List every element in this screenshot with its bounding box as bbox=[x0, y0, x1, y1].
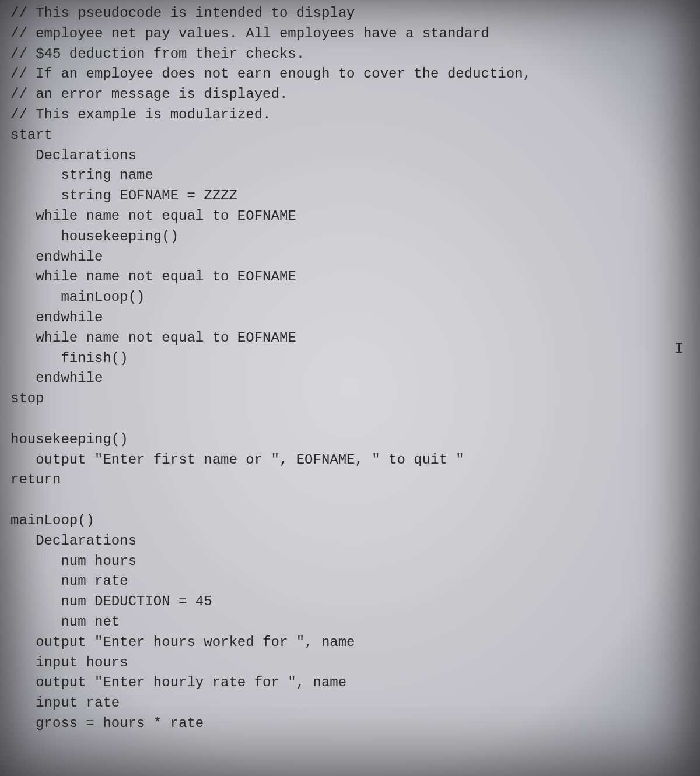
code-line: num net bbox=[10, 612, 691, 633]
code-line: finish() bbox=[10, 349, 691, 369]
code-line: mainLoop() bbox=[10, 287, 691, 308]
code-line: num rate bbox=[10, 571, 691, 592]
code-line: output "Enter hours worked for ", name bbox=[10, 633, 691, 653]
code-line: stop bbox=[10, 389, 691, 409]
text-cursor: I bbox=[674, 338, 684, 360]
code-line: while name not equal to EOFNAME bbox=[10, 206, 691, 227]
code-line: Declarations bbox=[10, 146, 691, 166]
code-line bbox=[10, 490, 691, 511]
code-line: // If an employee does not earn enough t… bbox=[10, 64, 691, 85]
code-line: // This pseudocode is intended to displa… bbox=[10, 3, 691, 24]
code-line: while name not equal to EOFNAME bbox=[10, 267, 691, 287]
code-line: while name not equal to EOFNAME bbox=[10, 328, 691, 349]
code-line: return bbox=[10, 470, 691, 490]
code-line: endwhile bbox=[10, 247, 691, 268]
code-line: gross = hours * rate bbox=[10, 714, 691, 734]
code-line: string name bbox=[10, 166, 691, 186]
code-line: // This example is modularized. bbox=[10, 105, 691, 125]
code-line: housekeeping() bbox=[10, 430, 691, 450]
code-line: input rate bbox=[10, 693, 691, 714]
code-line bbox=[10, 409, 691, 430]
code-line: num hours bbox=[10, 552, 691, 572]
code-line: output "Enter first name or ", EOFNAME, … bbox=[10, 450, 691, 470]
code-line: start bbox=[10, 125, 691, 146]
code-line: endwhile bbox=[10, 368, 691, 389]
code-line: // an error message is displayed. bbox=[10, 85, 691, 105]
code-line: output "Enter hourly rate for ", name bbox=[10, 673, 691, 693]
code-line: input hours bbox=[10, 653, 691, 673]
code-line: num DEDUCTION = 45 bbox=[10, 592, 691, 612]
code-line: string EOFNAME = ZZZZ bbox=[10, 186, 691, 206]
code-line: // $45 deduction from their checks. bbox=[10, 44, 691, 65]
code-line: // employee net pay values. All employee… bbox=[10, 24, 691, 44]
code-editor-content[interactable]: // This pseudocode is intended to displa… bbox=[10, 3, 691, 734]
code-line: housekeeping() bbox=[10, 227, 691, 247]
code-line: mainLoop() bbox=[10, 511, 691, 531]
code-line: endwhile bbox=[10, 308, 691, 328]
code-line: Declarations bbox=[10, 531, 691, 552]
